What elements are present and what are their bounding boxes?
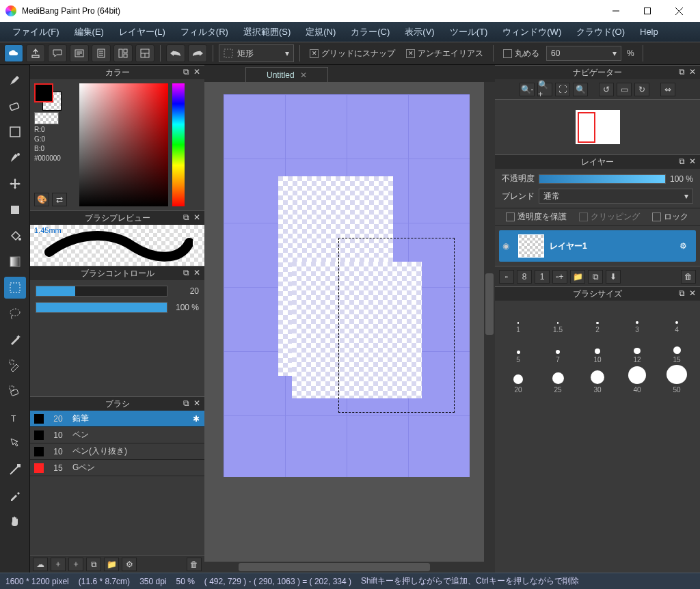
clipping-checkbox[interactable]: クリッピング [575,211,644,223]
material-button[interactable] [113,44,133,62]
layer-settings-icon[interactable]: ⚙ [679,241,696,251]
menu-layer[interactable]: レイヤー(L) [112,23,172,41]
popout-icon[interactable]: ⧉ [677,156,686,166]
cloud-button[interactable] [4,44,23,62]
brush-size-cell[interactable]: 25 [539,365,577,394]
close-icon[interactable]: ✕ [192,398,202,408]
protect-alpha-checkbox[interactable]: 透明度を保護 [502,211,571,223]
gradient-tool[interactable] [4,251,26,273]
popout-icon[interactable]: ⧉ [181,67,191,77]
layer-visibility-icon[interactable]: ◉ [499,241,513,251]
tab-close-icon[interactable]: ✕ [300,70,307,80]
dot-tool[interactable] [4,147,26,169]
fill-tool[interactable] [4,199,26,221]
reset-rotation-icon[interactable]: ▭ [617,83,632,96]
brush-list-item[interactable]: 20 鉛筆 ✱ [30,411,204,427]
flip-icon[interactable]: ⇔ [660,83,675,96]
new-8bit-layer-icon[interactable]: 8 [517,270,532,284]
shape-tool[interactable] [4,121,26,143]
vertical-scrollbar[interactable] [484,82,495,573]
brush-size-cell[interactable]: 5 [499,335,537,364]
navigator-preview[interactable] [495,100,700,154]
menu-window[interactable]: ウィンドウ(W) [496,23,568,41]
palette-icon[interactable]: 🎨 [34,193,49,206]
brush-size-cell[interactable]: 1 [499,305,537,333]
brush-size-cell[interactable]: 10 [578,335,617,364]
close-icon[interactable]: ✕ [192,213,202,222]
brush-size-slider[interactable] [36,286,167,297]
brush-list-item[interactable]: 10 ペン(入り抜き) [30,443,204,460]
transparent-swatch[interactable] [34,112,59,124]
zoom-in-icon[interactable]: 🔍+ [537,83,552,96]
zoom-out-icon[interactable]: 🔍- [520,83,535,96]
undo-button[interactable] [166,44,185,62]
minimize-button[interactable] [600,0,632,22]
rotate-left-icon[interactable]: ↺ [599,83,614,96]
brush-list-item[interactable]: 15 Gペン [30,460,204,476]
brush-item-gear-icon[interactable]: ✱ [188,414,204,424]
brush-size-cell[interactable]: 15 [658,335,696,364]
menu-help[interactable]: Help [633,24,665,40]
delete-brush-icon[interactable]: 🗑 [187,558,202,571]
menu-cloud[interactable]: クラウド(O) [569,23,632,41]
eraser-tool[interactable] [4,95,26,117]
brush-size-cell[interactable]: 7 [539,335,577,364]
maximize-button[interactable] [632,0,663,22]
menu-select[interactable]: 選択範囲(S) [237,23,297,41]
bucket-tool[interactable] [4,225,26,247]
popout-icon[interactable]: ⧉ [677,67,686,77]
eyedropper-tool[interactable] [4,484,26,506]
new-folder-icon[interactable]: 📁 [570,270,585,284]
antialias-checkbox[interactable]: ✕アンチエイリアス [402,48,487,59]
shape-select[interactable]: 矩形 ▾ [219,44,294,62]
brush-size-cell[interactable]: 4 [658,305,696,333]
close-icon[interactable]: ✕ [688,156,697,166]
hand-tool[interactable] [4,510,26,532]
rotate-right-icon[interactable]: ↻ [634,83,649,96]
page-button[interactable] [92,44,111,62]
redo-button[interactable] [188,44,207,62]
brush-size-cell[interactable]: 30 [578,365,617,394]
move-tool[interactable] [4,173,26,195]
close-icon[interactable]: ✕ [688,288,697,298]
document-tab[interactable]: Untitled✕ [245,67,328,83]
popout-icon[interactable]: ⧉ [181,398,191,408]
folder-brush-icon[interactable]: 📁 [104,558,119,571]
menu-file[interactable]: ファイル(F) [5,23,66,41]
lock-checkbox[interactable]: ロック [648,211,692,223]
round-checkbox[interactable]: 丸める [499,48,543,59]
brush-tool[interactable] [4,69,26,91]
new-1bit-layer-icon[interactable]: 1 [535,270,550,284]
menu-color[interactable]: カラー(C) [344,23,396,41]
menu-tool[interactable]: ツール(T) [443,23,495,41]
brush-opacity-slider[interactable] [36,302,167,313]
note-button[interactable] [70,44,89,62]
blend-select[interactable]: 通常▾ [539,189,693,204]
brush-size-cell[interactable]: 20 [499,365,537,394]
magicwand-tool[interactable] [4,329,26,351]
menu-view[interactable]: 表示(V) [398,23,441,41]
layer-item[interactable]: ◉ レイヤー1 ⚙ [499,230,696,262]
brush-size-cell[interactable]: 2 [578,305,617,333]
brush-size-cell[interactable]: 40 [618,365,656,394]
layer-opacity-slider[interactable] [539,174,666,184]
popout-icon[interactable]: ⧉ [181,213,191,222]
select-tool[interactable] [4,277,26,299]
lasso-tool[interactable] [4,303,26,325]
color-swatch[interactable] [34,83,62,111]
new-layer-icon[interactable]: ▫ [499,270,514,284]
close-icon[interactable]: ✕ [192,268,202,277]
divide-tool[interactable] [4,458,26,480]
close-icon[interactable]: ✕ [688,67,697,77]
sv-picker[interactable] [79,83,168,206]
brush-settings-icon[interactable]: ⚙ [122,558,137,571]
menu-edit[interactable]: 編集(E) [68,23,111,41]
canvas[interactable] [224,94,470,477]
round-value-input[interactable]: 60▾ [546,46,621,61]
canvas-viewport[interactable] [204,82,495,573]
cloud-brush-icon[interactable]: ☁ [33,558,48,571]
selecterase-tool[interactable] [4,381,26,402]
horizontal-scrollbar[interactable] [204,562,484,573]
add-brush-icon[interactable]: ＋ [51,558,66,571]
panel-button[interactable] [135,44,154,62]
